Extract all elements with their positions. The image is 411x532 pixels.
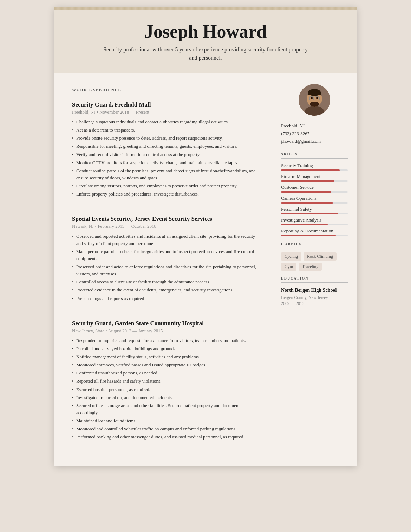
avatar-wrap xyxy=(281,84,348,116)
hobby-tag: Cycling xyxy=(281,252,301,261)
job-block: Security Guard, Garden State Community H… xyxy=(72,320,258,441)
skills-container: Security TrainingFirearm ManagementCusto… xyxy=(281,163,348,236)
skill-bar-fill xyxy=(281,213,338,214)
list-item: Responsible for meeting, greeting and di… xyxy=(72,143,258,150)
job-title: Security Guard, Garden State Community H… xyxy=(72,320,258,327)
list-item: Notified management of facility status, … xyxy=(72,353,258,360)
list-item: Maintained lost and found items. xyxy=(72,417,258,424)
list-item: Protected evidence in the event of accid… xyxy=(72,287,258,294)
job-meta: New Jersey, State • August 2013 — Januar… xyxy=(72,328,258,334)
education-block: North Bergen High SchoolBergen County, N… xyxy=(281,287,348,306)
skill-row: Personnel Safety xyxy=(281,206,348,214)
list-item: Enforce property policies and procedures… xyxy=(72,191,258,198)
skill-bar-background xyxy=(281,202,348,204)
skill-bar-background xyxy=(281,224,348,225)
list-item: Conduct routine patrols of the premises;… xyxy=(72,167,258,181)
hobby-tag: Traveling xyxy=(299,263,322,271)
list-item: Observed and reported activities and inc… xyxy=(72,233,258,247)
skill-bar-background xyxy=(281,191,348,193)
skill-name: Investigative Analysis xyxy=(281,217,348,223)
skill-row: Firearm Management xyxy=(281,174,348,182)
contact-phone: (732) 223-8267 xyxy=(281,130,348,137)
job-divider xyxy=(72,205,258,205)
skill-name: Security Training xyxy=(281,163,348,168)
education-title: EDUCATION xyxy=(281,276,348,280)
contact-location: Freehold, NJ xyxy=(281,122,348,130)
section-divider xyxy=(72,95,258,95)
job-bullets: Responded to inquiries and requests for … xyxy=(72,337,258,441)
skill-name: Firearm Management xyxy=(281,174,348,179)
skill-row: Security Training xyxy=(281,163,348,171)
hobbies-divider xyxy=(281,248,348,248)
skill-row: Customer Service xyxy=(281,185,348,193)
job-block: Security Guard, Freehold MallFreehold, N… xyxy=(72,101,258,205)
list-item: Secured offices, storage areas and other… xyxy=(72,402,258,416)
jobs-container: Security Guard, Freehold MallFreehold, N… xyxy=(72,101,258,441)
svg-point-5 xyxy=(310,102,319,107)
list-item: Challenge suspicious individuals and con… xyxy=(72,118,258,126)
skill-row: Reporting & Documentation xyxy=(281,228,348,236)
body-section: WORK EXPERIENCE Security Guard, Freehold… xyxy=(54,73,357,466)
svg-point-7 xyxy=(316,97,318,99)
skill-bar-background xyxy=(281,169,348,171)
candidate-tagline: Security professional with over 5 years … xyxy=(100,45,311,62)
skill-row: Investigative Analysis xyxy=(281,217,348,225)
skill-bar-fill xyxy=(281,224,328,225)
list-item: Confronted unauthorized persons, as need… xyxy=(72,370,258,377)
hobbies-container: CyclingRock ClimbingGymTraveling xyxy=(281,252,348,271)
skill-bar-fill xyxy=(281,235,336,236)
skills-title: SKILLS xyxy=(281,152,348,156)
job-title: Special Events Security, Jersey Event Se… xyxy=(72,216,258,223)
job-block: Special Events Security, Jersey Event Se… xyxy=(72,216,258,309)
hobby-tag: Rock Climbing xyxy=(304,252,337,261)
list-item: Prepared logs and reports as required xyxy=(72,295,258,302)
list-item: Responded to inquiries and requests for … xyxy=(72,337,258,344)
contact-email: j.howard@gmail.com xyxy=(281,137,348,145)
list-item: Reported all fire hazards and safety vio… xyxy=(72,378,258,385)
list-item: Escorted hospital personnel, as required… xyxy=(72,386,258,393)
skill-name: Camera Operations xyxy=(281,196,348,201)
skill-bar-fill xyxy=(281,180,334,182)
list-item: Performed banking and other messenger du… xyxy=(72,434,258,441)
resume-header: Joseph Howard Security professional with… xyxy=(54,7,357,73)
resume-document: Joseph Howard Security professional with… xyxy=(54,7,357,466)
job-meta: Newark, NJ • February 2015 — October 201… xyxy=(72,224,258,229)
edu-school-name: North Bergen High School xyxy=(281,287,348,294)
skill-bar-fill xyxy=(281,191,331,193)
contact-info: Freehold, NJ (732) 223-8267 j.howard@gma… xyxy=(281,122,348,145)
skill-bar-background xyxy=(281,180,348,182)
edu-years: 2009 — 2013 xyxy=(281,301,348,306)
hobbies-title: HOBBIES xyxy=(281,242,348,246)
main-column: WORK EXPERIENCE Security Guard, Freehold… xyxy=(54,73,272,466)
list-item: Investigated, reported on, and documente… xyxy=(72,394,258,401)
skill-row: Camera Operations xyxy=(281,196,348,204)
skill-bar-fill xyxy=(281,169,340,171)
list-item: Circulate among visitors, patrons, and e… xyxy=(72,182,258,190)
hobby-tag: Gym xyxy=(281,263,296,271)
job-divider xyxy=(72,309,258,309)
edu-location: Bergen County, New Jersey xyxy=(281,295,348,300)
education-container: North Bergen High SchoolBergen County, N… xyxy=(281,287,348,306)
list-item: Act as a deterrent to trespassers. xyxy=(72,127,258,134)
list-item: Monitor CCTV monitors for suspicious act… xyxy=(72,159,258,166)
job-bullets: Challenge suspicious individuals and con… xyxy=(72,118,258,198)
job-meta: Freehold, NJ • November 2018 — Present xyxy=(72,109,258,115)
svg-rect-4 xyxy=(308,92,321,95)
job-title: Security Guard, Freehold Mall xyxy=(72,101,258,108)
skill-name: Customer Service xyxy=(281,185,348,190)
skill-bar-background xyxy=(281,235,348,236)
work-experience-title: WORK EXPERIENCE xyxy=(72,88,258,92)
list-item: Patrolled and surveyed hospital building… xyxy=(72,345,258,352)
candidate-name: Joseph Howard xyxy=(76,21,335,42)
svg-point-6 xyxy=(311,97,313,99)
education-divider xyxy=(281,282,348,283)
skill-bar-background xyxy=(281,213,348,214)
list-item: Provide onsite security presence to dete… xyxy=(72,135,258,142)
list-item: Verify and record visitor information; c… xyxy=(72,151,258,158)
list-item: Controlled access to client site or faci… xyxy=(72,278,258,286)
list-item: Made periodic patrols to check for irreg… xyxy=(72,248,258,262)
sidebar-column: Freehold, NJ (732) 223-8267 j.howard@gma… xyxy=(272,73,357,466)
job-bullets: Observed and reported activities and inc… xyxy=(72,233,258,302)
list-item: Monitored and controlled vehicular traff… xyxy=(72,425,258,432)
skill-bar-fill xyxy=(281,202,333,204)
